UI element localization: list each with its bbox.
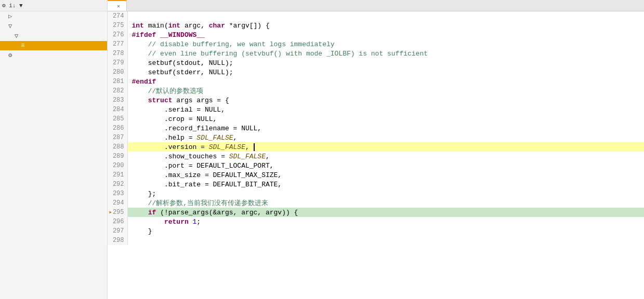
code-line: setbuf(stderr, NULL); xyxy=(127,67,644,77)
line-number: 289 xyxy=(108,152,127,161)
line-number: 292 xyxy=(108,180,127,189)
code-line: setbuf(stdout, NULL); xyxy=(127,58,644,67)
code-line: // disable buffering, we want logs immed… xyxy=(127,39,644,49)
table-row: ➤295 if (!parse_args(&args, argc, argv))… xyxy=(108,208,644,217)
line-number: 291 xyxy=(108,170,127,180)
line-number: 280 xyxy=(108,67,127,77)
table-row: 296 return 1; xyxy=(108,217,644,226)
line-number: 290 xyxy=(108,161,127,170)
editor-tab-main-c[interactable]: ✕ xyxy=(108,0,127,11)
code-line: .help = SDL_FALSE, xyxy=(127,133,644,142)
code-line: // even line buffering (setvbuf() with m… xyxy=(127,49,644,58)
table-row: 274 xyxy=(108,11,644,21)
line-number: 298 xyxy=(108,236,127,245)
table-row: 278 // even line buffering (setvbuf() wi… xyxy=(108,49,644,58)
line-number: 294 xyxy=(108,198,127,208)
table-row: 285 .crop = NULL, xyxy=(108,114,644,124)
table-row: 275int main(int argc, char *argv[]) { xyxy=(108,21,644,30)
line-number: 275 xyxy=(108,21,127,30)
table-row: 286 .record_filename = NULL, xyxy=(108,124,644,133)
code-line: .show_touches = SDL_FALSE, xyxy=(127,152,644,161)
table-row: 298 xyxy=(108,236,644,245)
code-line: } xyxy=(127,226,644,236)
table-row: 283 struct args args = { xyxy=(108,96,644,105)
sidebar-item-thread1[interactable]: ▽ xyxy=(0,31,107,41)
sidebar-item-client2[interactable]: ▽ xyxy=(0,21,107,31)
code-line: .bit_rate = DEFAULT_BIT_RATE, xyxy=(127,180,644,189)
debug-arrow-icon: ➤ xyxy=(109,209,112,216)
code-line: .serial = NULL, xyxy=(127,105,644,114)
line-number: 288 xyxy=(108,142,127,152)
line-number: 297 xyxy=(108,226,127,236)
table-row: 279 setbuf(stdout, NULL); xyxy=(108,58,644,67)
table-row: 288 .version = SDL_FALSE, xyxy=(108,142,644,152)
table-row: 292 .bit_rate = DEFAULT_BIT_RATE, xyxy=(108,180,644,189)
code-line: int main(int argc, char *argv[]) { xyxy=(127,21,644,30)
table-row: 280 setbuf(stderr, NULL); xyxy=(108,67,644,77)
line-number: 296 xyxy=(108,217,127,226)
line-number: 284 xyxy=(108,105,127,114)
code-line: #ifdef __WINDOWS__ xyxy=(127,30,644,39)
line-number: 279 xyxy=(108,58,127,67)
code-line: .max_size = DEFAULT_MAX_SIZE, xyxy=(127,170,644,180)
line-number: 274 xyxy=(108,11,127,21)
table-row: 291 .max_size = DEFAULT_MAX_SIZE, xyxy=(108,170,644,180)
code-line: if (!parse_args(&args, argc, argv)) { xyxy=(127,208,644,217)
line-number: 293 xyxy=(108,189,127,198)
code-line: //默认的参数选项 xyxy=(127,86,644,96)
table-row: 276#ifdef __WINDOWS__ xyxy=(108,30,644,39)
code-area[interactable]: 274 275int main(int argc, char *argv[]) … xyxy=(108,11,644,299)
code-line: #endif xyxy=(127,77,644,86)
table-row: 277 // disable buffering, we want logs i… xyxy=(108,39,644,49)
line-number: 277 xyxy=(108,39,127,49)
line-number: 278 xyxy=(108,49,127,58)
thread-icon: ▽ xyxy=(15,32,18,40)
line-number: 286 xyxy=(108,124,127,133)
line-number: 276 xyxy=(108,30,127,39)
code-line xyxy=(127,11,644,21)
line-number: 285 xyxy=(108,114,127,124)
table-row: 282 //默认的参数选项 xyxy=(108,86,644,96)
process-icon: ▽ xyxy=(8,22,12,30)
sidebar-toolbar-label: ⚙ i↓ ▼ xyxy=(2,2,23,9)
line-number: 282 xyxy=(108,86,127,96)
table-row: 294 //解析参数,当前我们没有传递参数进来 xyxy=(108,198,644,208)
code-line: //解析参数,当前我们没有传递参数进来 xyxy=(127,198,644,208)
table-row: 287 .help = SDL_FALSE, xyxy=(108,133,644,142)
code-table: 274 275int main(int argc, char *argv[]) … xyxy=(108,11,644,245)
sidebar: ⚙ i↓ ▼ ▷ ▽ ▽ ≡ ⚙ xyxy=(0,0,108,299)
sidebar-item-client1[interactable]: ▷ xyxy=(0,11,107,21)
code-line: .port = DEFAULT_LOCAL_PORT, xyxy=(127,161,644,170)
table-row: 289 .show_touches = SDL_FALSE, xyxy=(108,152,644,161)
editor: ✕ 274 275int main(int argc, char *argv[]… xyxy=(108,0,644,299)
table-row: 281#endif xyxy=(108,77,644,86)
code-line: struct args args = { xyxy=(127,96,644,105)
sidebar-toolbar: ⚙ i↓ ▼ xyxy=(0,0,107,11)
table-row: 284 .serial = NULL, xyxy=(108,105,644,114)
editor-tab-bar: ✕ xyxy=(108,0,644,11)
code-line: .record_filename = NULL, xyxy=(127,124,644,133)
code-line xyxy=(127,236,644,245)
table-row: 297 } xyxy=(108,226,644,236)
line-number: ➤295 xyxy=(108,208,127,217)
code-line: .version = SDL_FALSE, xyxy=(127,142,644,152)
line-number: 281 xyxy=(108,77,127,86)
gdb-icon: ⚙ xyxy=(8,51,12,59)
code-line: return 1; xyxy=(127,217,644,226)
table-row: 290 .port = DEFAULT_LOCAL_PORT, xyxy=(108,161,644,170)
tab-close-icon[interactable]: ✕ xyxy=(117,3,120,9)
line-number: 283 xyxy=(108,96,127,105)
code-line: }; xyxy=(127,189,644,198)
table-row: 293 }; xyxy=(108,189,644,198)
sidebar-item-main-frame[interactable]: ≡ xyxy=(0,41,107,50)
frame-icon: ≡ xyxy=(21,42,24,49)
project-icon: ▷ xyxy=(8,12,12,20)
line-number: 287 xyxy=(108,133,127,142)
sidebar-item-gdb[interactable]: ⚙ xyxy=(0,50,107,60)
code-line: .crop = NULL, xyxy=(127,114,644,124)
